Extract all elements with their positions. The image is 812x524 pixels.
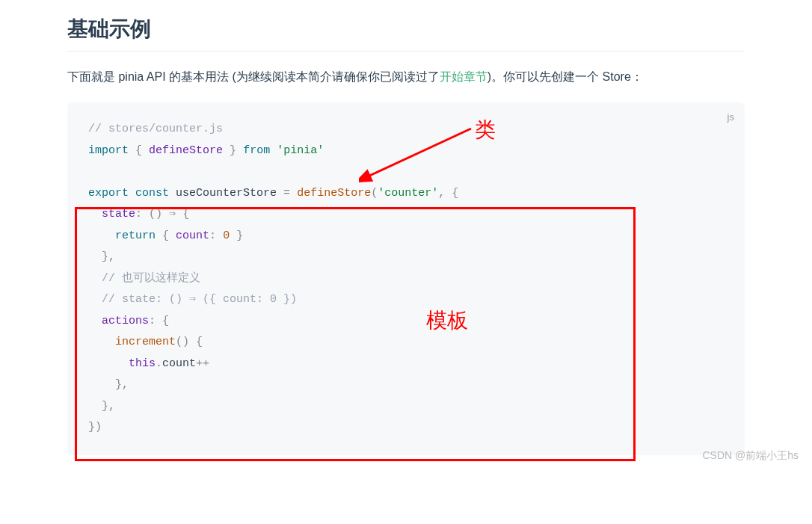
code-block: js // stores/counter.js import { defineS… <box>67 102 745 455</box>
intro-text-1: 下面就是 pinia API 的基本用法 (为继续阅读本简介请确保你已阅读过了 <box>67 70 440 83</box>
code-language-tag: js <box>728 108 734 127</box>
watermark: CSDN @前端小王hs <box>702 449 799 463</box>
code-comment: // stores/counter.js <box>88 123 223 135</box>
intro-paragraph: 下面就是 pinia API 的基本用法 (为继续阅读本简介请确保你已阅读过了开… <box>67 65 745 89</box>
code-keyword-import: import <box>88 144 129 157</box>
section-heading: 基础示例 <box>67 15 745 52</box>
start-chapter-link[interactable]: 开始章节 <box>440 70 487 83</box>
page: 基础示例 下面就是 pinia API 的基本用法 (为继续阅读本简介请确保你已… <box>0 0 812 478</box>
code-content: // stores/counter.js import { defineStor… <box>88 119 724 439</box>
intro-text-2: )。你可以先创建一个 Store： <box>487 70 643 83</box>
